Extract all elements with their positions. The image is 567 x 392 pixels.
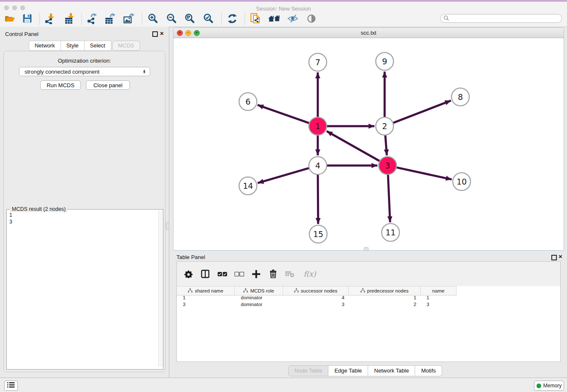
tab-mcds[interactable]: MCDS (112, 41, 140, 51)
tab-network[interactable]: Network (29, 41, 61, 51)
toggle-birdseye-button[interactable] (304, 13, 319, 25)
network-canvas[interactable]: 1234678910111415 (173, 38, 563, 250)
cell-predecessor-nodes[interactable]: 1 (349, 295, 421, 301)
criterion-select[interactable]: strongly connected component ▲▼ (19, 67, 150, 76)
control-panel-tabs: NetworkStyleSelectMCDS (0, 41, 169, 51)
splitter-grip[interactable] (166, 222, 169, 230)
svg-text:4: 4 (315, 161, 320, 170)
node-14[interactable]: 14 (239, 177, 257, 195)
clone-network-button[interactable] (248, 13, 263, 25)
cell-successor-nodes[interactable]: 4 (283, 295, 349, 301)
titlebar[interactable]: Session: New Session (0, 2, 567, 12)
cell-shared-name[interactable]: 3 (177, 301, 235, 308)
node-1[interactable]: 1 (309, 117, 327, 135)
cell-predecessor-nodes[interactable]: 2 (349, 301, 421, 308)
deselect-all-icon[interactable] (234, 268, 245, 279)
edge-4-15[interactable] (318, 175, 318, 224)
edge-3-1[interactable] (327, 131, 380, 161)
tab-node-table[interactable]: Node Table (288, 365, 329, 376)
edge-4-14[interactable] (258, 168, 309, 183)
node-9[interactable]: 9 (376, 52, 394, 70)
cell-shared-name[interactable]: 1 (177, 295, 235, 301)
cell-successor-nodes[interactable]: 3 (283, 301, 349, 308)
node-8[interactable]: 8 (451, 88, 469, 106)
table-row[interactable]: 3dominator323 (177, 301, 560, 308)
edge-3-10[interactable] (396, 168, 451, 179)
cell-name[interactable]: 1 (421, 295, 457, 301)
node-2[interactable]: 2 (376, 117, 394, 135)
save-session-button[interactable] (20, 13, 34, 25)
zoom-in-button[interactable] (146, 13, 160, 25)
zoom-out-icon (166, 13, 177, 26)
export-table-icon (105, 13, 116, 26)
node-4[interactable]: 4 (309, 157, 327, 174)
close-panel-button[interactable]: Close panel (86, 80, 130, 90)
open-session-button[interactable] (3, 13, 17, 25)
node-11[interactable]: 11 (382, 224, 399, 241)
edge-2-8[interactable] (394, 101, 451, 123)
criterion-value: strongly connected component (25, 69, 99, 75)
node-10[interactable]: 10 (453, 173, 471, 190)
homes-icon (268, 14, 281, 25)
tab-motifs[interactable]: Motifs (415, 365, 442, 376)
toolbar-separator (221, 13, 222, 25)
cell-MCDS-role[interactable]: dominator (235, 295, 283, 301)
mcds-result-text[interactable]: 1 3 (7, 210, 161, 369)
search-field[interactable] (440, 14, 562, 23)
float-panel-icon[interactable] (152, 31, 158, 37)
result-scrollbar[interactable] (158, 210, 162, 367)
column-header-shared-name[interactable]: shared name (177, 287, 235, 295)
zoom-selected-button[interactable] (201, 13, 216, 25)
column-type-icon (188, 288, 193, 294)
close-panel-icon[interactable]: × (160, 31, 164, 36)
export-table-button[interactable] (103, 13, 118, 25)
tab-edge-table[interactable]: Edge Table (328, 365, 368, 376)
table-tabs: Node TableEdge TableNetwork TableMotifs (173, 365, 557, 376)
column-header-name[interactable]: name (421, 287, 457, 295)
import-table-button[interactable] (63, 13, 77, 25)
memory-button[interactable]: Memory (534, 381, 564, 391)
node-6[interactable]: 6 (239, 93, 257, 110)
show-all-panels-button[interactable] (267, 13, 281, 25)
apply-layout-button[interactable] (225, 13, 239, 25)
delete-column-button[interactable] (267, 268, 278, 279)
table-panel: Table Panel × f(x) shared nameMCDS roles… (173, 252, 564, 376)
toolbar-separator (81, 13, 82, 25)
node-7[interactable]: 7 (309, 53, 327, 71)
hide-panels-button[interactable] (286, 13, 300, 25)
edge-1-6[interactable] (258, 105, 309, 123)
table-settings-button[interactable] (183, 268, 194, 279)
close-table-panel-icon[interactable]: × (559, 254, 562, 259)
export-image-button[interactable] (122, 13, 136, 25)
tab-style[interactable]: Style (61, 41, 85, 51)
table-rows[interactable]: 1dominator4113dominator323 (177, 295, 560, 308)
cell-name[interactable]: 3 (421, 301, 457, 308)
svg-text:11: 11 (385, 228, 396, 237)
tab-select[interactable]: Select (85, 41, 111, 51)
run-mcds-button[interactable]: Run MCDS (40, 80, 81, 90)
zoom-fit-button[interactable] (183, 13, 197, 25)
column-header-predecessor-nodes[interactable]: predecessor nodes (349, 287, 421, 295)
save-icon (22, 14, 32, 25)
cell-MCDS-role[interactable]: dominator (235, 301, 283, 308)
zoom-out-button[interactable] (165, 13, 179, 25)
edge-3-11[interactable] (388, 175, 390, 222)
node-15[interactable]: 15 (309, 225, 327, 243)
task-history-button[interactable] (4, 381, 18, 391)
column-header-MCDS-role[interactable]: MCDS role (235, 287, 283, 295)
table-header-row[interactable]: shared nameMCDS rolesuccessor nodesprede… (177, 286, 457, 295)
node-3[interactable]: 3 (379, 157, 396, 174)
add-column-button[interactable] (250, 268, 261, 279)
toggle-columns-icon[interactable] (200, 268, 211, 279)
select-all-icon[interactable] (217, 268, 228, 279)
edge-2-3[interactable] (385, 135, 387, 155)
column-header-successor-nodes[interactable]: successor nodes (283, 287, 349, 295)
float-table-panel-icon[interactable] (551, 255, 557, 260)
search-input[interactable] (451, 15, 558, 22)
network-window-titlebar[interactable]: × − + scc.txt (173, 28, 564, 38)
export-network-button[interactable] (85, 13, 99, 25)
splitter-grip-horizontal[interactable] (364, 247, 369, 251)
table-row[interactable]: 1dominator411 (177, 295, 560, 301)
import-network-button[interactable] (43, 13, 57, 25)
tab-network-table[interactable]: Network Table (368, 365, 415, 376)
